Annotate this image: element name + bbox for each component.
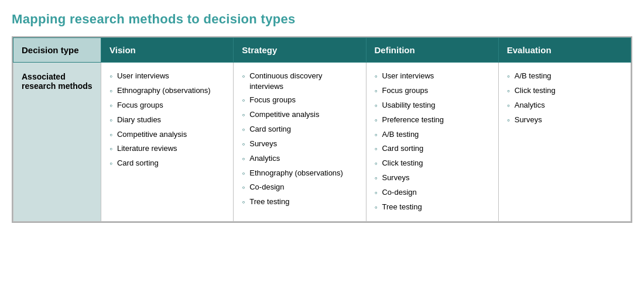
list-item: Focus groups (375, 85, 490, 97)
definition-methods-list: User interviews Focus groups Usability t… (375, 71, 490, 213)
list-item: Tree testing (375, 202, 490, 213)
table-wrapper: Decision type Vision Strategy Definition… (12, 36, 632, 223)
list-item: Preference testing (375, 115, 490, 126)
row-header-cell: Associated research methods (13, 63, 101, 222)
col-header-definition: Definition (366, 38, 498, 63)
page-title: Mapping research methods to decision typ… (12, 12, 632, 27)
list-item: Usability testing (375, 100, 490, 111)
definition-methods-cell: User interviews Focus groups Usability t… (366, 63, 498, 222)
list-item: A/B testing (375, 129, 490, 140)
strategy-methods-list: Continuous discovery interviews Focus gr… (242, 71, 357, 208)
list-item: Ethnography (observations) (242, 168, 357, 179)
list-item: User interviews (375, 71, 490, 82)
strategy-methods-cell: Continuous discovery interviews Focus gr… (234, 63, 366, 222)
vision-methods-list: User interviews Ethnography (observation… (109, 71, 225, 169)
list-item: Competitive analysis (109, 129, 225, 140)
list-item: Card sorting (242, 124, 357, 135)
list-item: Ethnography (observations) (109, 85, 225, 97)
list-item: Card sorting (109, 158, 225, 169)
list-item: Card sorting (375, 143, 490, 154)
col-header-vision: Vision (101, 38, 234, 63)
list-item: Diary studies (109, 115, 225, 126)
vision-methods-cell: User interviews Ethnography (observation… (101, 63, 234, 222)
header-row: Decision type Vision Strategy Definition… (13, 38, 631, 63)
list-item: Analytics (242, 153, 357, 164)
col-header-strategy: Strategy (234, 38, 366, 63)
list-item: Surveys (375, 173, 490, 184)
list-item: Co-design (375, 187, 490, 198)
main-table: Decision type Vision Strategy Definition… (13, 37, 631, 222)
col-header-decision-type: Decision type (13, 38, 101, 63)
list-item: A/B testing (507, 71, 622, 82)
evaluation-methods-cell: A/B testing Click testing Analytics Surv… (498, 63, 631, 222)
list-item: Tree testing (242, 197, 357, 208)
list-item: Click testing (507, 85, 622, 97)
list-item: Surveys (242, 139, 357, 150)
list-item: Click testing (375, 158, 490, 169)
list-item: Literature reviews (109, 143, 225, 154)
list-item: Competitive analysis (242, 109, 357, 121)
col-header-evaluation: Evaluation (498, 38, 631, 63)
evaluation-methods-list: A/B testing Click testing Analytics Surv… (507, 71, 622, 126)
list-item: Surveys (507, 115, 622, 126)
list-item: Analytics (507, 100, 622, 111)
list-item: Co-design (242, 182, 357, 193)
methods-row: Associated research methods User intervi… (13, 63, 631, 222)
list-item: User interviews (109, 71, 225, 82)
list-item: Focus groups (109, 100, 225, 111)
list-item: Continuous discovery interviews (242, 71, 357, 91)
list-item: Focus groups (242, 95, 357, 106)
